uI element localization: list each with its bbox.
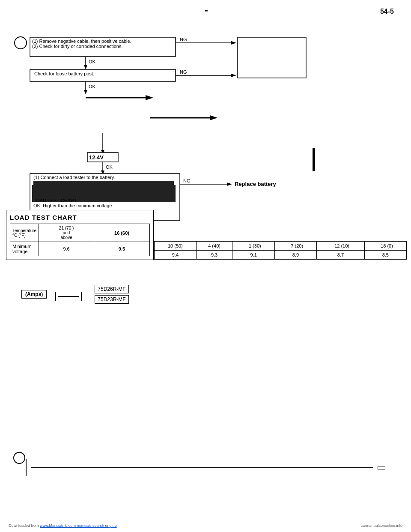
load-table: Temperature°C (°F) 21 (70 )andabove 16 (…	[10, 224, 150, 256]
svg-text:NG: NG	[183, 178, 191, 183]
box1-text: (1) Remove negative cable, then positive…	[32, 39, 173, 49]
bottom-circle-marker	[13, 451, 26, 466]
val-9-6: 9.6	[39, 242, 94, 256]
svg-point-0	[15, 37, 27, 49]
val-8-7: 8.7	[317, 251, 364, 260]
svg-text:OK: OK	[106, 164, 113, 170]
extended-table: 10 (50) 4 (40) −1 (30) −7 (20) −12 (10) …	[154, 241, 407, 260]
svg-rect-5	[238, 37, 306, 78]
box2-text: Check for loose battery post.	[34, 71, 94, 77]
load-tester-box: (1) Connect a load tester to the battery…	[33, 175, 175, 208]
temp-header: Temperature°C (°F)	[10, 224, 39, 242]
col-neg7-20: −7 (20)	[274, 242, 316, 251]
col-neg18-0: −18 (0)	[364, 242, 406, 251]
table-row-ext-values: 9.4 9.3 9.1 8.9 8.7 8.5	[155, 251, 407, 260]
col-neg1-30: −1 (30)	[232, 242, 274, 251]
svg-point-38	[14, 452, 25, 463]
bottom-box	[378, 466, 385, 469]
val-8-5: 8.5	[364, 251, 406, 260]
bottom-flowchart	[26, 459, 385, 476]
svg-marker-30	[227, 182, 232, 186]
footer-download: Downloaded from www.Manualslib.com manua…	[9, 523, 117, 528]
col-10-50: 10 (50)	[155, 242, 197, 251]
footer-site: carmanualsononline.info	[360, 523, 402, 528]
load-table-extended: 10 (50) 4 (40) −1 (30) −7 (20) −12 (10) …	[154, 241, 407, 260]
footer: Downloaded from www.Manualslib.com manua…	[0, 523, 411, 528]
svg-text:OK: OK	[89, 84, 96, 89]
page-number: 54-5	[380, 8, 394, 15]
min-voltage-label: Minimumvoltage	[10, 242, 39, 256]
svg-marker-7	[84, 65, 87, 69]
svg-text:NG: NG	[180, 69, 187, 75]
svg-text:12.4V: 12.4V	[89, 154, 104, 161]
col-4-40: 4 (40)	[196, 242, 232, 251]
load-test-title: LOAD TEST CHART	[10, 214, 150, 221]
svg-marker-19	[210, 115, 217, 120]
col-neg12-10: −12 (10)	[317, 242, 364, 251]
col-21-70: 21 (70 )andabove	[39, 224, 94, 242]
val-8-9: 8.9	[274, 251, 316, 260]
svg-text:OK: OK	[89, 59, 96, 64]
table-row-header: Temperature°C (°F) 21 (70 )andabove 16 (…	[10, 224, 150, 242]
svg-rect-37	[313, 148, 315, 171]
val-9-3: 9.3	[196, 251, 232, 260]
table-row-ext-header: 10 (50) 4 (40) −1 (30) −7 (20) −12 (10) …	[155, 242, 407, 251]
load-test-chart: LOAD TEST CHART Temperature°C (°F) 21 (7…	[6, 210, 154, 260]
table-row-values: Minimumvoltage 9.6 9.5	[10, 242, 150, 256]
svg-rect-22	[87, 152, 118, 162]
svg-marker-3	[231, 41, 236, 45]
svg-text:Replace battery: Replace battery	[235, 181, 277, 187]
svg-marker-17	[146, 95, 153, 100]
val-9-1: 9.1	[232, 251, 274, 260]
footer-link: www.Manualslib.com manuals search engine	[40, 523, 117, 528]
battery1-label: 75D26R-MF	[95, 285, 128, 293]
svg-text:NG: NG	[180, 37, 187, 42]
val-9-4: 9.4	[155, 251, 197, 260]
amps-section: (Amps) 75D26R-MF 75D23R-MF	[21, 285, 278, 308]
section-number: =	[205, 8, 208, 14]
val-9-5: 9.5	[94, 242, 150, 256]
amps-label: (Amps)	[21, 290, 47, 299]
svg-marker-14	[84, 90, 87, 94]
svg-marker-21	[101, 150, 104, 154]
svg-marker-11	[231, 74, 236, 77]
col-16-60: 16 (60)	[94, 224, 150, 242]
battery2-label: 75D23R-MF	[95, 295, 128, 304]
svg-marker-25	[101, 170, 104, 175]
